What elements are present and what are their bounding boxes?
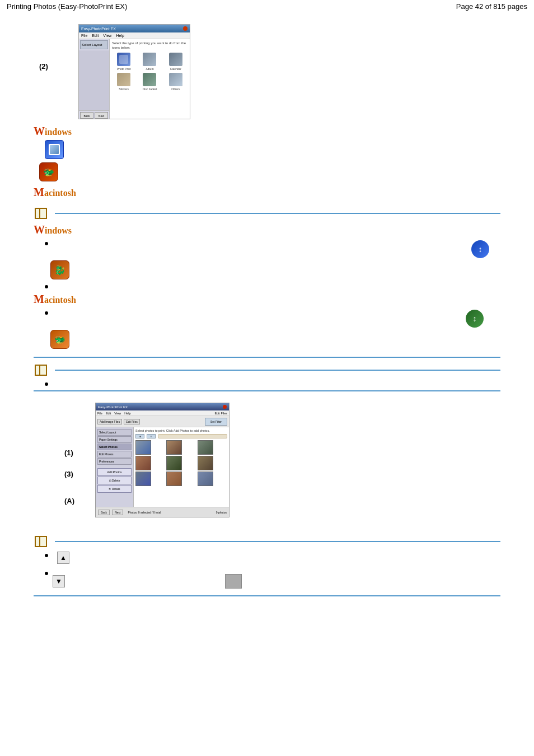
bullet-dot-1 [45, 242, 48, 245]
lp-paper-settings: Paper Settings [97, 436, 132, 443]
icon-photo-label: Photo Print [117, 67, 131, 71]
thumb-4[interactable] [135, 456, 151, 470]
label-1: (1) [64, 449, 73, 457]
arrow-bullet-2: ▼ [45, 570, 500, 589]
screenshot1-body: Select Layout Back Next Select the type … [79, 39, 190, 119]
lp-trash-btn[interactable]: ⊡ Delete [97, 477, 132, 484]
lp-rotate-btn[interactable]: ↻ Rotate [97, 485, 132, 493]
photos-count: 0 photos [216, 511, 227, 514]
ctrl-zoom[interactable]: ⊕ [135, 434, 144, 438]
mac-bullet-1 [45, 309, 466, 315]
icon-dvd-label: Disc Jacket [143, 87, 157, 91]
arrow-bullet-dot-2 [45, 572, 48, 575]
mac-sub-icon: 🐲 [50, 330, 500, 349]
s2-menu-edit: Edit [106, 412, 111, 415]
label-2-first: (2) [39, 62, 48, 71]
menu-help: Help [116, 34, 124, 38]
down-arrow-icons: ▼ [53, 574, 242, 589]
s2-menu-view: View [114, 412, 121, 415]
screenshot1-section: (2) Easy-PhotoPrint EX File Edit View He… [34, 24, 500, 119]
windows-icon-row-1 [45, 140, 500, 160]
btn-add-images[interactable]: Add Image Files [97, 419, 122, 424]
screenshot2-left-panel: Select Layout Paper Settings Select Phot… [96, 427, 134, 510]
page-title: Printing Photos (Easy-PhotoPrint EX) [7, 2, 127, 11]
note-bullet-1 [45, 380, 500, 386]
screenshot2-bottom-bar: Back Next Photos: 0 selected / 0 total 0… [96, 507, 229, 517]
label-a: (A) [64, 497, 74, 505]
s2-menu-help: Help [124, 412, 130, 415]
label-3: (3) [64, 470, 73, 478]
arrow-bullet-text-2: ▼ [53, 570, 500, 589]
btn-next-2[interactable]: Next [112, 510, 123, 515]
toolbar-right: Set Filter [205, 418, 227, 426]
windows-badge-2: Windows [34, 226, 72, 235]
icon-others-img [169, 73, 182, 86]
icon-sticker-img [117, 73, 130, 86]
lp-add-photos-btn[interactable]: Add Photos [97, 468, 132, 476]
icon-photo-print: Photo Print [112, 53, 135, 71]
btn-back[interactable]: Back [80, 112, 93, 119]
btn-back-2[interactable]: Back [98, 510, 110, 515]
page-content: (2) Easy-PhotoPrint EX File Edit View He… [0, 13, 534, 605]
s2-menu-file: File [97, 412, 102, 415]
screenshot1-titlebar: Easy-PhotoPrint EX [79, 25, 190, 32]
screenshot2-toolbar: Add Image Files Edit Files Set Filter [96, 416, 229, 427]
thumb-9[interactable] [198, 472, 213, 486]
thumb-5[interactable] [166, 456, 182, 470]
thumb-7[interactable] [135, 472, 151, 486]
btn-edit-files[interactable]: Edit Files [124, 419, 140, 424]
screenshot2-close [223, 405, 227, 409]
windows-section-1: Windows [34, 125, 500, 160]
windows-badge-1: Windows [34, 127, 72, 137]
screenshot2-titlebar: Easy-PhotoPrint EX [96, 403, 229, 410]
menu-view: View [103, 34, 111, 38]
windows-dragonfly-icon: 🐲 [39, 162, 500, 181]
icon-calendar-label: Calendar [170, 67, 181, 71]
screenshot1-top-text: Select the type of printing you want to … [112, 41, 188, 50]
s2-menu-right: Edit Files [214, 412, 227, 415]
thumb-2[interactable] [166, 440, 182, 455]
right-icon-windows: ↕ [471, 240, 489, 258]
screenshot1-box: Easy-PhotoPrint EX File Edit View Help S… [78, 24, 190, 119]
up-arrow-button[interactable]: ▲ [57, 552, 69, 564]
sidebar-select-layout: Select Layout [80, 40, 108, 49]
note-icon-3 [34, 535, 51, 548]
page-header: Printing Photos (Easy-PhotoPrint EX) Pag… [0, 0, 534, 13]
mac-badge-2: Macintosh [34, 295, 76, 305]
note-section-1 [34, 207, 500, 220]
screenshot2-info: Select photos to print. Click Add Photos… [135, 429, 227, 432]
arrows-icon-blue: ↕ [471, 240, 489, 258]
screenshot1-close [183, 26, 188, 31]
note-section-3 [34, 535, 500, 548]
bullet-dot-2 [45, 285, 48, 288]
progress-bar [158, 434, 227, 438]
btn-next[interactable]: Next [95, 112, 108, 119]
note-section-2 [34, 363, 500, 377]
arrow-bullet-text-1: ▲ [53, 552, 500, 564]
thumb-1[interactable] [135, 440, 151, 455]
screenshot2-menu: File Edit View Help Edit Files [96, 410, 229, 416]
mac-section-1: Macintosh [34, 186, 500, 199]
win-bullet-2 [45, 283, 500, 288]
mac-bullet-dot-1 [45, 311, 48, 315]
ctrl-sort[interactable]: ≡ [147, 434, 156, 438]
section3: Windows ↕ 🐉 Maci [34, 223, 500, 358]
right-icon-mac: ↕ [466, 310, 484, 328]
icon-dvd: Disc Jacket [138, 73, 161, 91]
icon-others: Others [164, 73, 188, 91]
note-bullet-dot-1 [45, 382, 48, 386]
arrow-bullet-dot-1 [45, 554, 48, 557]
thumb-6[interactable] [198, 456, 213, 470]
lp-preferences: Preferences [97, 458, 132, 465]
icon-others-label: Others [171, 87, 180, 91]
small-thumbnail-right [225, 574, 242, 589]
thumb-3[interactable] [198, 440, 213, 455]
down-arrow-button[interactable]: ▼ [53, 575, 65, 587]
thumb-8[interactable] [166, 472, 182, 486]
screenshot2-title: Easy-PhotoPrint EX [98, 405, 223, 409]
note-line-1 [55, 213, 500, 214]
photo-grid [135, 440, 227, 486]
lp-select-photos: Select Photos [97, 444, 132, 450]
icon-dvd-img [143, 73, 156, 86]
arrows-icon-green: ↕ [466, 310, 484, 328]
